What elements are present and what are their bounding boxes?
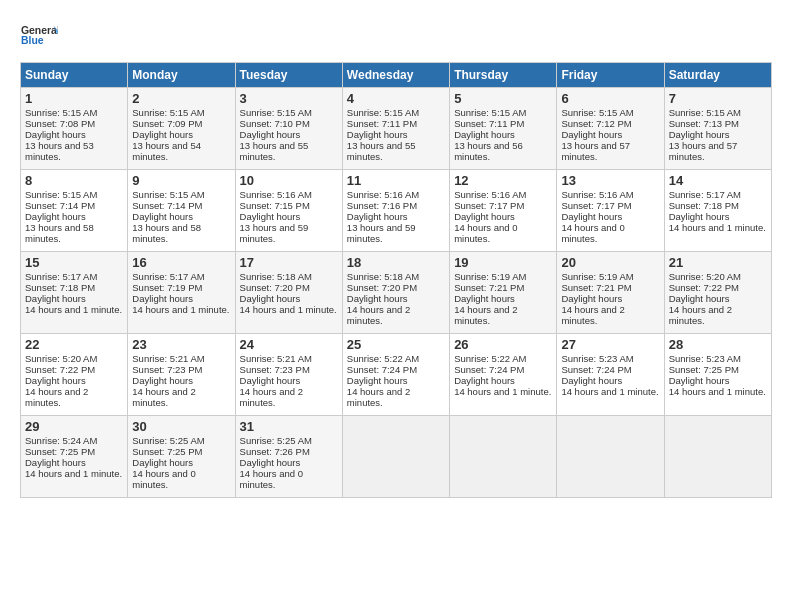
sunrise: Sunrise: 5:25 AM bbox=[132, 435, 204, 446]
sunset: Sunset: 7:11 PM bbox=[347, 118, 417, 129]
calendar-cell: 9 Sunrise: 5:15 AM Sunset: 7:14 PM Dayli… bbox=[128, 170, 235, 252]
daylight-label: Daylight hours bbox=[25, 129, 86, 140]
daylight-value: 14 hours and 1 minute. bbox=[132, 304, 229, 315]
day-number: 9 bbox=[132, 173, 230, 188]
daylight-label: Daylight hours bbox=[240, 129, 301, 140]
day-number: 29 bbox=[25, 419, 123, 434]
sunrise: Sunrise: 5:17 AM bbox=[132, 271, 204, 282]
week-row-5: 29 Sunrise: 5:24 AM Sunset: 7:25 PM Dayl… bbox=[21, 416, 772, 498]
sunrise: Sunrise: 5:16 AM bbox=[240, 189, 312, 200]
day-number: 17 bbox=[240, 255, 338, 270]
svg-text:Blue: Blue bbox=[21, 35, 44, 46]
daylight-value: 14 hours and 2 minutes. bbox=[132, 386, 195, 408]
daylight-label: Daylight hours bbox=[347, 211, 408, 222]
daylight-label: Daylight hours bbox=[25, 293, 86, 304]
day-number: 11 bbox=[347, 173, 445, 188]
calendar-cell: 6 Sunrise: 5:15 AM Sunset: 7:12 PM Dayli… bbox=[557, 88, 664, 170]
sunset: Sunset: 7:17 PM bbox=[454, 200, 524, 211]
calendar-cell: 8 Sunrise: 5:15 AM Sunset: 7:14 PM Dayli… bbox=[21, 170, 128, 252]
sunset: Sunset: 7:14 PM bbox=[132, 200, 202, 211]
daylight-value: 14 hours and 0 minutes. bbox=[561, 222, 624, 244]
calendar-cell: 14 Sunrise: 5:17 AM Sunset: 7:18 PM Dayl… bbox=[664, 170, 771, 252]
sunrise: Sunrise: 5:15 AM bbox=[25, 107, 97, 118]
svg-text:General: General bbox=[21, 25, 58, 36]
sunset: Sunset: 7:08 PM bbox=[25, 118, 95, 129]
day-header-saturday: Saturday bbox=[664, 63, 771, 88]
day-number: 15 bbox=[25, 255, 123, 270]
day-header-monday: Monday bbox=[128, 63, 235, 88]
daylight-label: Daylight hours bbox=[669, 211, 730, 222]
calendar-cell: 10 Sunrise: 5:16 AM Sunset: 7:15 PM Dayl… bbox=[235, 170, 342, 252]
daylight-value: 13 hours and 58 minutes. bbox=[132, 222, 201, 244]
sunrise: Sunrise: 5:17 AM bbox=[25, 271, 97, 282]
day-number: 1 bbox=[25, 91, 123, 106]
day-number: 8 bbox=[25, 173, 123, 188]
daylight-value: 13 hours and 53 minutes. bbox=[25, 140, 94, 162]
calendar-cell: 29 Sunrise: 5:24 AM Sunset: 7:25 PM Dayl… bbox=[21, 416, 128, 498]
daylight-label: Daylight hours bbox=[347, 293, 408, 304]
daylight-label: Daylight hours bbox=[454, 211, 515, 222]
sunrise: Sunrise: 5:15 AM bbox=[132, 189, 204, 200]
sunrise: Sunrise: 5:16 AM bbox=[454, 189, 526, 200]
calendar-cell: 23 Sunrise: 5:21 AM Sunset: 7:23 PM Dayl… bbox=[128, 334, 235, 416]
calendar-cell: 27 Sunrise: 5:23 AM Sunset: 7:24 PM Dayl… bbox=[557, 334, 664, 416]
sunrise: Sunrise: 5:15 AM bbox=[132, 107, 204, 118]
sunrise: Sunrise: 5:20 AM bbox=[669, 271, 741, 282]
daylight-value: 13 hours and 59 minutes. bbox=[347, 222, 416, 244]
day-number: 23 bbox=[132, 337, 230, 352]
calendar-cell: 18 Sunrise: 5:18 AM Sunset: 7:20 PM Dayl… bbox=[342, 252, 449, 334]
daylight-label: Daylight hours bbox=[454, 129, 515, 140]
calendar-cell bbox=[450, 416, 557, 498]
day-number: 14 bbox=[669, 173, 767, 188]
sunrise: Sunrise: 5:15 AM bbox=[561, 107, 633, 118]
calendar-cell: 22 Sunrise: 5:20 AM Sunset: 7:22 PM Dayl… bbox=[21, 334, 128, 416]
header-row: SundayMondayTuesdayWednesdayThursdayFrid… bbox=[21, 63, 772, 88]
calendar-cell: 11 Sunrise: 5:16 AM Sunset: 7:16 PM Dayl… bbox=[342, 170, 449, 252]
day-number: 21 bbox=[669, 255, 767, 270]
sunset: Sunset: 7:25 PM bbox=[669, 364, 739, 375]
calendar-cell: 12 Sunrise: 5:16 AM Sunset: 7:17 PM Dayl… bbox=[450, 170, 557, 252]
daylight-label: Daylight hours bbox=[669, 375, 730, 386]
sunrise: Sunrise: 5:15 AM bbox=[347, 107, 419, 118]
daylight-label: Daylight hours bbox=[25, 457, 86, 468]
sunrise: Sunrise: 5:22 AM bbox=[454, 353, 526, 364]
sunset: Sunset: 7:12 PM bbox=[561, 118, 631, 129]
daylight-value: 13 hours and 59 minutes. bbox=[240, 222, 309, 244]
calendar-cell: 17 Sunrise: 5:18 AM Sunset: 7:20 PM Dayl… bbox=[235, 252, 342, 334]
sunrise: Sunrise: 5:15 AM bbox=[25, 189, 97, 200]
sunset: Sunset: 7:17 PM bbox=[561, 200, 631, 211]
daylight-label: Daylight hours bbox=[25, 375, 86, 386]
sunset: Sunset: 7:23 PM bbox=[132, 364, 202, 375]
sunrise: Sunrise: 5:23 AM bbox=[669, 353, 741, 364]
calendar-cell: 13 Sunrise: 5:16 AM Sunset: 7:17 PM Dayl… bbox=[557, 170, 664, 252]
calendar-cell: 21 Sunrise: 5:20 AM Sunset: 7:22 PM Dayl… bbox=[664, 252, 771, 334]
sunrise: Sunrise: 5:15 AM bbox=[454, 107, 526, 118]
daylight-value: 14 hours and 2 minutes. bbox=[454, 304, 517, 326]
daylight-value: 14 hours and 0 minutes. bbox=[132, 468, 195, 490]
day-number: 10 bbox=[240, 173, 338, 188]
calendar-cell: 15 Sunrise: 5:17 AM Sunset: 7:18 PM Dayl… bbox=[21, 252, 128, 334]
sunset: Sunset: 7:20 PM bbox=[240, 282, 310, 293]
daylight-value: 13 hours and 57 minutes. bbox=[669, 140, 738, 162]
calendar-cell bbox=[557, 416, 664, 498]
calendar-cell: 24 Sunrise: 5:21 AM Sunset: 7:23 PM Dayl… bbox=[235, 334, 342, 416]
day-number: 25 bbox=[347, 337, 445, 352]
week-row-3: 15 Sunrise: 5:17 AM Sunset: 7:18 PM Dayl… bbox=[21, 252, 772, 334]
daylight-value: 14 hours and 1 minute. bbox=[669, 386, 766, 397]
daylight-label: Daylight hours bbox=[132, 457, 193, 468]
calendar-cell: 26 Sunrise: 5:22 AM Sunset: 7:24 PM Dayl… bbox=[450, 334, 557, 416]
calendar-cell bbox=[342, 416, 449, 498]
calendar-cell: 16 Sunrise: 5:17 AM Sunset: 7:19 PM Dayl… bbox=[128, 252, 235, 334]
calendar-cell: 20 Sunrise: 5:19 AM Sunset: 7:21 PM Dayl… bbox=[557, 252, 664, 334]
daylight-value: 14 hours and 2 minutes. bbox=[240, 386, 303, 408]
calendar-cell: 2 Sunrise: 5:15 AM Sunset: 7:09 PM Dayli… bbox=[128, 88, 235, 170]
calendar-cell bbox=[664, 416, 771, 498]
calendar-cell: 5 Sunrise: 5:15 AM Sunset: 7:11 PM Dayli… bbox=[450, 88, 557, 170]
daylight-value: 14 hours and 1 minute. bbox=[454, 386, 551, 397]
daylight-value: 14 hours and 1 minute. bbox=[240, 304, 337, 315]
sunset: Sunset: 7:18 PM bbox=[669, 200, 739, 211]
daylight-value: 14 hours and 0 minutes. bbox=[240, 468, 303, 490]
day-number: 31 bbox=[240, 419, 338, 434]
daylight-value: 14 hours and 2 minutes. bbox=[669, 304, 732, 326]
daylight-label: Daylight hours bbox=[669, 129, 730, 140]
